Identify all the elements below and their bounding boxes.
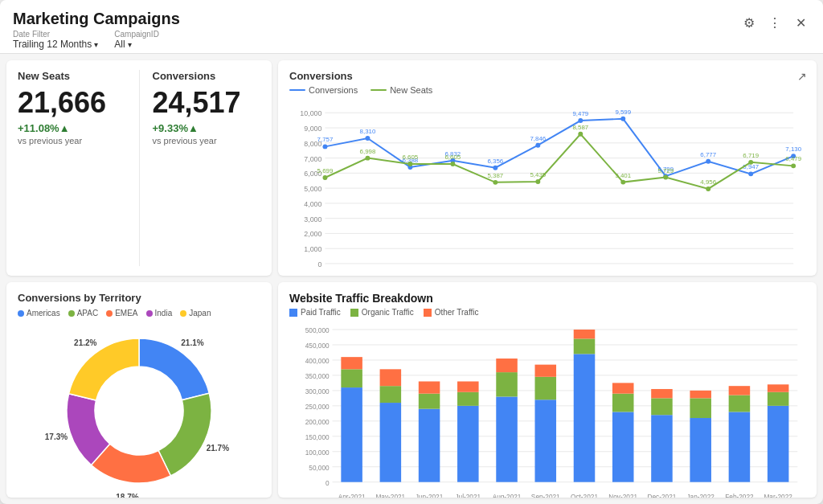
new-seats-sub: vs previous year: [18, 136, 126, 145]
paid-label: Paid Traffic: [301, 308, 341, 317]
svg-text:5,729: 5,729: [657, 167, 674, 174]
svg-point-76: [706, 186, 710, 191]
svg-point-48: [620, 117, 625, 121]
svg-point-72: [620, 180, 625, 185]
header-left: Marketing Campaigns Date Filter Trailing…: [13, 10, 180, 50]
svg-point-54: [748, 171, 753, 176]
new-seats-section: New Seats 21,666 +11.08%▲ vs previous ye…: [18, 70, 139, 266]
svg-text:May-2021: May-2021: [376, 494, 406, 498]
emea-color: [106, 310, 113, 317]
conversions-kpi-sub: vs previous year: [153, 136, 261, 145]
svg-text:5,401: 5,401: [615, 172, 631, 179]
legend-apac: APAC: [68, 309, 99, 318]
svg-rect-137: [612, 412, 634, 481]
svg-text:21.7%: 21.7%: [207, 444, 229, 453]
apac-label: APAC: [77, 309, 99, 318]
svg-rect-143: [651, 389, 673, 398]
svg-text:6,605: 6,605: [444, 154, 461, 161]
date-filter-group: Date Filter Trailing 12 Months: [13, 30, 98, 50]
svg-text:Jan-2022: Jan-2022: [686, 494, 714, 498]
new-seats-value: 21,666: [18, 88, 126, 117]
svg-text:0: 0: [318, 260, 322, 268]
svg-text:10,000: 10,000: [300, 109, 321, 117]
campaign-filter-group: CampaignID All: [114, 30, 159, 50]
svg-rect-113: [380, 403, 402, 482]
conversions-kpi-label: Conversions: [153, 70, 261, 82]
svg-text:9,479: 9,479: [572, 110, 588, 117]
svg-point-34: [322, 144, 327, 149]
svg-text:7,000: 7,000: [304, 155, 321, 163]
svg-rect-115: [380, 369, 402, 386]
svg-text:Dec-2021: Dec-2021: [648, 494, 677, 498]
legend-new-seats: New Seats: [371, 85, 432, 95]
dashboard: Marketing Campaigns Date Filter Trailing…: [0, 0, 823, 504]
svg-rect-145: [690, 418, 711, 482]
legend-emea: EMEA: [106, 309, 137, 318]
svg-rect-123: [457, 381, 479, 391]
organic-color: [350, 309, 358, 317]
svg-text:5,000: 5,000: [304, 185, 321, 193]
legend-japan: Japan: [180, 309, 211, 318]
svg-rect-121: [457, 406, 479, 482]
conversions-legend: Conversions New Seats: [289, 85, 805, 95]
other-color: [424, 309, 432, 317]
svg-point-44: [535, 143, 540, 148]
emea-label: EMEA: [115, 309, 137, 318]
conversions-legend-color: [289, 89, 305, 91]
svg-rect-149: [729, 412, 751, 481]
traffic-title: Website Traffic Breakdown: [289, 292, 805, 305]
svg-rect-131: [535, 365, 557, 377]
new-seats-change: +11.08%▲: [18, 122, 126, 134]
svg-point-60: [365, 156, 370, 161]
svg-text:4,000: 4,000: [304, 200, 321, 208]
svg-text:6,777: 6,777: [700, 151, 716, 158]
campaign-filter-dropdown[interactable]: All: [114, 39, 159, 50]
territory-title: Conversions by Territory: [18, 292, 260, 304]
americas-color: [18, 310, 24, 317]
svg-text:0: 0: [326, 480, 330, 487]
campaign-filter-label: CampaignID: [114, 30, 159, 39]
svg-rect-125: [496, 396, 518, 481]
new-seats-label: New Seats: [18, 70, 126, 82]
expand-icon[interactable]: ↗: [797, 70, 807, 83]
svg-text:3,000: 3,000: [304, 215, 321, 223]
svg-text:8,587: 8,587: [572, 124, 588, 131]
territory-legend: Americas APAC EMEA India Japan: [18, 309, 260, 318]
svg-point-66: [493, 180, 497, 185]
svg-text:7,130: 7,130: [785, 145, 801, 153]
svg-point-52: [706, 159, 710, 164]
svg-text:5,699: 5,699: [317, 167, 334, 174]
svg-point-62: [407, 162, 412, 166]
svg-text:2,000: 2,000: [304, 230, 321, 238]
donut-container: 21.1%21.7%18.7%17.3%21.2%: [18, 322, 260, 498]
date-filter-label: Date Filter: [13, 30, 98, 39]
svg-text:6,356: 6,356: [487, 158, 503, 165]
svg-rect-138: [612, 394, 634, 412]
other-label: Other Traffic: [435, 308, 479, 317]
svg-text:500,000: 500,000: [305, 327, 330, 334]
date-filter-dropdown[interactable]: Trailing 12 Months: [13, 39, 98, 50]
svg-point-78: [748, 160, 753, 165]
header: Marketing Campaigns Date Filter Trailing…: [0, 0, 823, 54]
svg-rect-150: [729, 395, 751, 412]
svg-rect-151: [729, 386, 751, 395]
svg-point-70: [578, 132, 583, 137]
svg-rect-109: [341, 387, 362, 482]
svg-text:Jun-2021: Jun-2021: [416, 494, 444, 498]
svg-text:6,998: 6,998: [360, 148, 376, 155]
close-icon[interactable]: ✕: [791, 13, 810, 32]
svg-text:6,719: 6,719: [743, 152, 759, 159]
conversions-kpi-change: +9.33%▲: [153, 122, 261, 134]
svg-point-42: [493, 166, 497, 170]
settings-icon[interactable]: ⚙: [739, 13, 759, 32]
svg-text:100,000: 100,000: [305, 449, 330, 457]
header-actions: ⚙ ⋮ ✕: [739, 10, 810, 32]
svg-point-74: [663, 174, 668, 179]
india-label: India: [155, 309, 173, 318]
legend-india: India: [146, 309, 173, 318]
paid-color: [289, 309, 297, 317]
svg-rect-117: [419, 409, 440, 482]
svg-point-36: [365, 136, 370, 141]
svg-rect-153: [768, 406, 789, 482]
more-options-icon[interactable]: ⋮: [765, 13, 784, 32]
